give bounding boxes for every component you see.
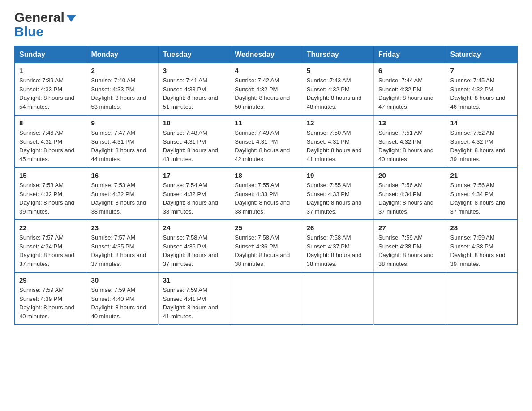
calendar-week-row: 15 Sunrise: 7:53 AM Sunset: 4:32 PM Dayl… <box>15 167 518 220</box>
calendar-body: 1 Sunrise: 7:39 AM Sunset: 4:33 PM Dayli… <box>15 63 518 325</box>
day-number: 14 <box>450 119 513 127</box>
day-info: Sunrise: 7:57 AM Sunset: 4:35 PM Dayligh… <box>91 233 153 268</box>
calendar-cell: 15 Sunrise: 7:53 AM Sunset: 4:32 PM Dayl… <box>15 167 86 220</box>
calendar-cell: 14 Sunrise: 7:52 AM Sunset: 4:32 PM Dayl… <box>446 115 517 167</box>
calendar-week-row: 22 Sunrise: 7:57 AM Sunset: 4:34 PM Dayl… <box>15 220 518 272</box>
calendar-week-row: 8 Sunrise: 7:46 AM Sunset: 4:32 PM Dayli… <box>15 115 518 167</box>
day-number: 28 <box>450 224 513 231</box>
calendar-week-row: 1 Sunrise: 7:39 AM Sunset: 4:33 PM Dayli… <box>15 63 518 115</box>
calendar-cell <box>302 272 373 325</box>
day-info: Sunrise: 7:55 AM Sunset: 4:33 PM Dayligh… <box>307 181 369 216</box>
day-number: 29 <box>19 276 82 284</box>
day-header-sunday: Sunday <box>15 46 86 64</box>
calendar-cell: 10 Sunrise: 7:48 AM Sunset: 4:31 PM Dayl… <box>158 115 230 167</box>
logo-blue: Blue <box>14 25 76 39</box>
day-header-thursday: Thursday <box>302 46 373 64</box>
calendar-cell: 6 Sunrise: 7:44 AM Sunset: 4:32 PM Dayli… <box>374 63 446 115</box>
day-number: 7 <box>450 67 513 74</box>
day-info: Sunrise: 7:54 AM Sunset: 4:32 PM Dayligh… <box>163 181 225 216</box>
page-header: General Blue <box>14 11 518 39</box>
calendar-cell: 16 Sunrise: 7:53 AM Sunset: 4:32 PM Dayl… <box>86 167 158 220</box>
calendar-cell: 9 Sunrise: 7:47 AM Sunset: 4:31 PM Dayli… <box>86 115 158 167</box>
calendar-cell: 5 Sunrise: 7:43 AM Sunset: 4:32 PM Dayli… <box>302 63 373 115</box>
day-info: Sunrise: 7:48 AM Sunset: 4:31 PM Dayligh… <box>163 128 225 163</box>
day-info: Sunrise: 7:58 AM Sunset: 4:36 PM Dayligh… <box>235 233 297 268</box>
calendar-cell: 7 Sunrise: 7:45 AM Sunset: 4:32 PM Dayli… <box>446 63 517 115</box>
day-number: 23 <box>91 224 153 231</box>
day-number: 4 <box>235 67 297 74</box>
calendar-cell: 13 Sunrise: 7:51 AM Sunset: 4:32 PM Dayl… <box>374 115 446 167</box>
day-info: Sunrise: 7:45 AM Sunset: 4:32 PM Dayligh… <box>450 76 513 111</box>
day-number: 30 <box>91 276 153 284</box>
calendar-cell: 8 Sunrise: 7:46 AM Sunset: 4:32 PM Dayli… <box>15 115 86 167</box>
calendar-cell <box>230 272 302 325</box>
calendar-cell: 3 Sunrise: 7:41 AM Sunset: 4:33 PM Dayli… <box>158 63 230 115</box>
calendar-cell: 28 Sunrise: 7:59 AM Sunset: 4:38 PM Dayl… <box>446 220 517 272</box>
day-info: Sunrise: 7:56 AM Sunset: 4:34 PM Dayligh… <box>450 181 513 216</box>
day-number: 20 <box>378 171 441 179</box>
day-info: Sunrise: 7:59 AM Sunset: 4:38 PM Dayligh… <box>378 233 441 268</box>
day-info: Sunrise: 7:55 AM Sunset: 4:33 PM Dayligh… <box>235 181 297 216</box>
day-number: 11 <box>235 119 297 127</box>
day-info: Sunrise: 7:53 AM Sunset: 4:32 PM Dayligh… <box>19 181 82 216</box>
calendar-cell: 29 Sunrise: 7:59 AM Sunset: 4:39 PM Dayl… <box>15 272 86 325</box>
calendar-cell: 26 Sunrise: 7:58 AM Sunset: 4:37 PM Dayl… <box>302 220 373 272</box>
day-info: Sunrise: 7:59 AM Sunset: 4:38 PM Dayligh… <box>450 233 513 268</box>
day-info: Sunrise: 7:44 AM Sunset: 4:32 PM Dayligh… <box>378 76 441 111</box>
day-header-tuesday: Tuesday <box>158 46 230 64</box>
calendar-cell: 31 Sunrise: 7:59 AM Sunset: 4:41 PM Dayl… <box>158 272 230 325</box>
day-number: 10 <box>163 119 225 127</box>
day-info: Sunrise: 7:53 AM Sunset: 4:32 PM Dayligh… <box>91 181 153 216</box>
day-info: Sunrise: 7:50 AM Sunset: 4:31 PM Dayligh… <box>307 128 369 163</box>
day-number: 17 <box>163 171 225 179</box>
day-number: 18 <box>235 171 297 179</box>
day-info: Sunrise: 7:59 AM Sunset: 4:40 PM Dayligh… <box>91 286 153 321</box>
calendar-cell: 17 Sunrise: 7:54 AM Sunset: 4:32 PM Dayl… <box>158 167 230 220</box>
calendar-cell: 21 Sunrise: 7:56 AM Sunset: 4:34 PM Dayl… <box>446 167 517 220</box>
day-number: 9 <box>91 119 153 127</box>
calendar-cell: 12 Sunrise: 7:50 AM Sunset: 4:31 PM Dayl… <box>302 115 373 167</box>
calendar-cell <box>446 272 517 325</box>
calendar-cell: 11 Sunrise: 7:49 AM Sunset: 4:31 PM Dayl… <box>230 115 302 167</box>
day-info: Sunrise: 7:58 AM Sunset: 4:37 PM Dayligh… <box>307 233 369 268</box>
calendar-cell: 24 Sunrise: 7:58 AM Sunset: 4:36 PM Dayl… <box>158 220 230 272</box>
day-number: 26 <box>307 224 369 231</box>
day-header-wednesday: Wednesday <box>230 46 302 64</box>
day-number: 8 <box>19 119 82 127</box>
calendar-cell: 20 Sunrise: 7:56 AM Sunset: 4:34 PM Dayl… <box>374 167 446 220</box>
day-number: 12 <box>307 119 369 127</box>
calendar-header-row: SundayMondayTuesdayWednesdayThursdayFrid… <box>15 46 518 64</box>
day-number: 2 <box>91 67 153 74</box>
logo-triangle-icon <box>66 13 76 23</box>
day-number: 6 <box>378 67 441 74</box>
logo: General Blue <box>14 11 76 39</box>
day-info: Sunrise: 7:51 AM Sunset: 4:32 PM Dayligh… <box>378 128 441 163</box>
day-number: 1 <box>19 67 82 74</box>
day-number: 13 <box>378 119 441 127</box>
day-number: 27 <box>378 224 441 231</box>
day-info: Sunrise: 7:43 AM Sunset: 4:32 PM Dayligh… <box>307 76 369 111</box>
day-header-friday: Friday <box>374 46 446 64</box>
day-info: Sunrise: 7:47 AM Sunset: 4:31 PM Dayligh… <box>91 128 153 163</box>
day-info: Sunrise: 7:41 AM Sunset: 4:33 PM Dayligh… <box>163 76 225 111</box>
calendar-cell: 22 Sunrise: 7:57 AM Sunset: 4:34 PM Dayl… <box>15 220 86 272</box>
day-info: Sunrise: 7:46 AM Sunset: 4:32 PM Dayligh… <box>19 128 82 163</box>
calendar-cell: 2 Sunrise: 7:40 AM Sunset: 4:33 PM Dayli… <box>86 63 158 115</box>
day-info: Sunrise: 7:49 AM Sunset: 4:31 PM Dayligh… <box>235 128 297 163</box>
calendar-cell: 23 Sunrise: 7:57 AM Sunset: 4:35 PM Dayl… <box>86 220 158 272</box>
calendar-cell: 19 Sunrise: 7:55 AM Sunset: 4:33 PM Dayl… <box>302 167 373 220</box>
day-number: 5 <box>307 67 369 74</box>
calendar-cell: 30 Sunrise: 7:59 AM Sunset: 4:40 PM Dayl… <box>86 272 158 325</box>
day-number: 24 <box>163 224 225 231</box>
calendar-cell: 1 Sunrise: 7:39 AM Sunset: 4:33 PM Dayli… <box>15 63 86 115</box>
day-info: Sunrise: 7:58 AM Sunset: 4:36 PM Dayligh… <box>163 233 225 268</box>
calendar-cell: 25 Sunrise: 7:58 AM Sunset: 4:36 PM Dayl… <box>230 220 302 272</box>
calendar-week-row: 29 Sunrise: 7:59 AM Sunset: 4:39 PM Dayl… <box>15 272 518 325</box>
logo-general: General <box>14 10 64 25</box>
svg-marker-0 <box>66 15 76 22</box>
day-number: 22 <box>19 224 82 231</box>
calendar-cell: 18 Sunrise: 7:55 AM Sunset: 4:33 PM Dayl… <box>230 167 302 220</box>
day-info: Sunrise: 7:52 AM Sunset: 4:32 PM Dayligh… <box>450 128 513 163</box>
calendar-cell: 4 Sunrise: 7:42 AM Sunset: 4:32 PM Dayli… <box>230 63 302 115</box>
day-number: 19 <box>307 171 369 179</box>
